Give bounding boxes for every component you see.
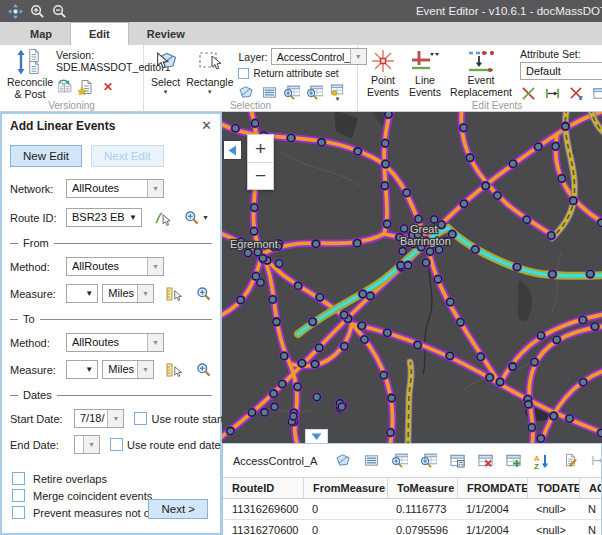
zoom-in-icon[interactable] [28,3,46,19]
map-label-egremont: Egremont [230,238,278,250]
from-zoom-icon[interactable] [196,286,212,302]
delete-version-icon[interactable]: ✕ [100,79,116,95]
collapse-panel-button[interactable] [224,141,241,159]
event-replacement-button[interactable]: Event Replacement [446,46,516,99]
pan-icon[interactable] [6,3,24,19]
to-measure-caret-icon[interactable]: ▼ [81,361,97,378]
from-unit-combobox[interactable]: Miles ▼ [102,284,154,303]
line-events-button[interactable]: Line Events [404,46,446,99]
next-button[interactable]: Next > [148,499,208,519]
select-button[interactable]: Select ▼ [148,46,183,99]
map-canvas[interactable]: Egremont Great Barrington [222,112,602,443]
table-select-by-polygon-icon[interactable] [336,453,351,469]
table-edit-attributes-icon[interactable] [563,453,578,469]
table-add-row-icon[interactable] [506,453,521,469]
retire-overlaps-checkbox[interactable] [12,472,25,485]
select-route-on-map-icon[interactable] [154,210,170,226]
start-date-caret-icon[interactable]: ▼ [107,410,123,427]
select-by-polygon-icon[interactable] [238,85,254,101]
tab-review[interactable]: Review [129,22,203,45]
attribute-set-value: Default [521,63,602,79]
collapse-table-button[interactable] [305,429,328,443]
point-events-button[interactable]: Point Events [362,46,404,99]
route-id-caret-icon[interactable]: ▼ [125,209,141,226]
end-date-combobox[interactable]: ▼ [74,435,100,454]
next-edit-button[interactable]: Next Edit [91,145,164,167]
col-tomeasure[interactable]: ToMeasure [387,478,457,498]
zoom-to-selection-icon[interactable] [284,85,300,101]
panel-title: Add Linear Events [10,119,115,133]
to-unit-caret-icon[interactable]: ▼ [137,361,153,378]
from-measure-caret-icon[interactable]: ▼ [81,285,97,302]
table-delete-row-icon[interactable] [478,453,493,469]
rectangle-button[interactable]: Rectangle ▼ [183,46,236,99]
from-method-combobox[interactable]: AllRoutes ▼ [66,257,164,276]
panel-close-icon[interactable]: ✕ [201,120,212,132]
map-area[interactable]: Egremont Great Barrington + − [222,112,602,443]
to-measure-combobox[interactable]: ▼ [66,360,98,379]
new-version-icon[interactable] [78,79,94,95]
table-layer-name: AccessControl_A [233,455,317,467]
to-method-combobox[interactable]: AllRoutes ▼ [66,333,164,352]
event-replacement-icon [466,48,496,74]
col-ac[interactable]: AC [579,478,602,498]
map-zoom-in-button[interactable]: + [248,135,273,162]
table-field-calculator-icon[interactable] [450,453,465,469]
layer-combobox[interactable]: AccessControl_A ▼ [271,48,367,65]
zoom-out-icon[interactable] [50,3,68,19]
route-id-value: BSR23 EB [67,209,125,226]
new-edit-button[interactable]: New Edit [10,145,82,167]
rectangle-dropdown-caret[interactable]: ▼ [207,90,213,95]
to-unit-combobox[interactable]: Miles ▼ [102,360,154,379]
svg-text:Z: Z [534,461,539,469]
route-id-combobox[interactable]: BSR23 EB ▼ [66,208,142,227]
from-unit-caret-icon[interactable]: ▼ [137,285,153,302]
table-sort-icon[interactable]: A Z [534,453,550,469]
col-routeid[interactable]: RouteID [223,478,303,498]
table-list-icon[interactable] [364,453,379,469]
add-linear-events-panel: Add Linear Events ✕ New Edit Next Edit N… [0,112,222,535]
from-method-caret-icon[interactable]: ▼ [147,258,163,275]
return-attribute-set-checkbox[interactable] [238,68,249,79]
table-row[interactable]: 11316270600 0 0.0795596 1/1/2004 <null> … [223,520,602,535]
point-events-icon [370,48,396,74]
network-caret-icon[interactable]: ▼ [147,180,163,197]
table-zoom-to-icon[interactable] [392,453,408,469]
cell-tomeasure: 0.0795596 [387,524,457,535]
pan-to-selection-icon[interactable] [307,85,323,101]
start-date-combobox[interactable]: 7/18/ ▼ [74,409,124,428]
measure-event-icon[interactable] [544,85,560,101]
tab-edit[interactable]: Edit [70,22,129,45]
table-pan-to-icon[interactable] [421,453,437,469]
to-method-caret-icon[interactable]: ▼ [147,334,163,351]
tab-map[interactable]: Map [12,22,70,45]
refresh-version-icon[interactable] [56,79,72,95]
to-measure-on-map-icon[interactable] [166,362,182,378]
from-measure-on-map-icon[interactable] [166,286,182,302]
merge-coincident-events-checkbox[interactable] [12,489,25,502]
event-attributes-window-icon[interactable] [592,85,602,101]
split-event-icon[interactable] [520,85,536,101]
col-fromdate[interactable]: FROMDATE [457,478,527,498]
col-todate[interactable]: TODATE [527,478,579,498]
reconcile-post-button[interactable]: Reconcile & Post [4,46,56,99]
zoom-to-route-button[interactable]: ▼ [184,210,209,226]
attribute-set-combobox[interactable]: Default [520,62,602,80]
layer-value: AccessControl_A [272,49,350,64]
rectangle-select-icon [197,48,223,76]
from-measure-combobox[interactable]: ▼ [66,284,98,303]
merge-event-icon[interactable] [568,85,584,101]
to-zoom-icon[interactable] [196,362,212,378]
table-measure-icon-disabled[interactable] [591,453,602,469]
map-zoom-out-button[interactable]: − [248,162,273,189]
cell-frommeasure: 0 [303,503,387,515]
selection-list-icon[interactable] [261,85,277,101]
select-dropdown-caret[interactable]: ▼ [163,90,169,95]
end-date-caret-icon[interactable]: ▼ [83,436,99,453]
col-frommeasure[interactable]: FromMeasure [303,478,387,498]
prevent-measures-checkbox[interactable] [12,506,25,519]
network-combobox[interactable]: AllRoutes ▼ [66,179,164,198]
use-route-end-date-checkbox[interactable] [110,438,123,451]
use-route-start-date-checkbox[interactable] [134,412,147,425]
table-row[interactable]: 11316269600 0 0.1116773 1/1/2004 <null> … [223,499,602,520]
